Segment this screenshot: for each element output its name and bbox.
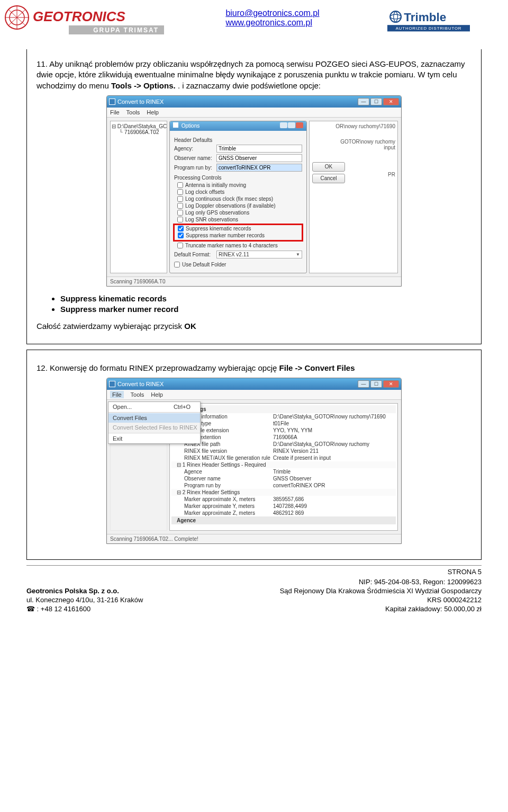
- menu-item-exit[interactable]: Exit: [108, 434, 200, 443]
- minimize-icon[interactable]: —: [358, 98, 369, 105]
- section-11: 11. Aby uniknąć problemów przy obliczani…: [26, 49, 482, 344]
- setting-row: Observer nameGNSS Observer: [171, 475, 396, 482]
- menu-help-2[interactable]: Help: [151, 391, 163, 398]
- setting-row: RINEX file pathD:\Dane\Statyka_GOTOR\now…: [171, 441, 396, 448]
- program-label: Program run by:: [174, 165, 216, 171]
- settings-pane[interactable]: File Settings put file informationD:\Dan…: [169, 403, 398, 531]
- menu-file[interactable]: File: [110, 109, 120, 115]
- menu-item-open[interactable]: Open...Ctrl+O: [108, 402, 200, 412]
- footer-address: ul. Konecznego 4/10u, 31-216 Kraków: [26, 596, 143, 605]
- maximize-icon[interactable]: ☐: [370, 98, 382, 105]
- minimize-icon[interactable]: —: [358, 380, 369, 388]
- ok-button[interactable]: OK: [312, 162, 345, 172]
- setting-row: Marker approximate Z, meters4862912 869: [171, 510, 396, 516]
- chk-suppress-kinematic[interactable]: Suppress kinematic records: [175, 226, 302, 231]
- footer-nip: NIP: 945-204-08-53, Regon: 120099623: [280, 578, 482, 587]
- highlighted-options: Suppress kinematic records Suppress mark…: [173, 224, 303, 242]
- chk-default-folder[interactable]: Use Default Folder: [174, 262, 302, 267]
- chk-truncate[interactable]: Truncate marker names to 4 characters: [174, 243, 302, 248]
- bullet-list: Suppress kinematic records Suppress mark…: [60, 294, 471, 314]
- setting-row: Marker approximate Y, meters1407288,4499: [171, 503, 396, 510]
- settings-header: File Settings: [171, 405, 396, 413]
- observer-label: Observer name:: [174, 155, 216, 161]
- setting-row: RINEX file versionRINEX Version 211: [171, 448, 396, 454]
- page-number: STRONA 5: [280, 568, 482, 577]
- file-dropdown-menu: Open...Ctrl+O Convert Files Convert Sele…: [108, 401, 201, 444]
- agency-input[interactable]: [216, 145, 302, 153]
- chevron-down-icon: ▼: [296, 252, 300, 257]
- status-bar-2: Scanning 7169066A.T02... Complete!: [107, 534, 401, 543]
- chk-log-doppler[interactable]: Log Doppler observations (if available): [174, 203, 302, 209]
- dlg-min-icon[interactable]: [280, 122, 287, 128]
- window-title: Convert to RINEX: [117, 99, 164, 105]
- file-tree[interactable]: ⊟ D:\Dane\Statyka_GC └ 7169066A.T02: [110, 121, 167, 273]
- para-11-closing: Całość zatwierdzamy wybierając przycisk …: [37, 321, 471, 332]
- gear-icon: [173, 122, 178, 128]
- setting-row: Marker approximate X, meters3859557,686: [171, 496, 396, 503]
- email-link[interactable]: biuro@geotronics.com.pl: [225, 8, 319, 18]
- footer-capital: Kapitał zakładowy: 50.000,00 zł: [280, 605, 482, 614]
- chk-log-clock[interactable]: Log clock offsets: [174, 189, 302, 195]
- close-icon[interactable]: ✕: [383, 380, 399, 388]
- para-12: 12. Konwersję do formatu RINEX przeprowa…: [37, 363, 471, 373]
- dlg-close-icon[interactable]: [296, 122, 303, 128]
- section-12: 12. Konwersję do formatu RINEX przeprowa…: [26, 350, 482, 560]
- screenshot-file-menu: Convert to RINEX — ☐ ✕ File Tools Help O…: [106, 378, 402, 544]
- chk-suppress-marker[interactable]: Suppress marker number records: [175, 233, 302, 238]
- para-11: 11. Aby uniknąć problemów przy obliczani…: [37, 59, 471, 91]
- close-icon[interactable]: ✕: [383, 98, 399, 105]
- observer-input[interactable]: [216, 154, 302, 162]
- menu-item-convert[interactable]: Convert Files: [108, 413, 200, 423]
- maximize-icon[interactable]: ☐: [370, 380, 382, 388]
- trimble-logo: Trimble AUTHORIZED DISTRIBUTOR: [381, 4, 476, 36]
- page-footer: Geotronics Polska Sp. z o.o. ul. Koneczn…: [0, 568, 508, 619]
- footer-rule: [26, 565, 482, 566]
- settings-agence: Agence: [171, 516, 396, 524]
- dlg-max-icon[interactable]: [288, 122, 295, 128]
- settings-group-2: ⊟ 2 Rinex Header Settings: [171, 489, 396, 496]
- chk-log-gps-only[interactable]: Log only GPS observations: [174, 210, 302, 216]
- default-format-select[interactable]: RINEX v2.11▼: [216, 251, 302, 258]
- app-icon: [109, 99, 115, 105]
- setting-row: put file informationD:\Dane\Statyka_GOTO…: [171, 413, 396, 420]
- group-processing-controls: Processing Controls: [174, 175, 302, 181]
- screenshot-options-dialog: Convert to RINEX — ☐ ✕ File Tools Help ⊟…: [106, 95, 402, 287]
- chk-log-continuous[interactable]: Log continuous clock (fix msec steps): [174, 196, 302, 202]
- svg-point-9: [390, 14, 401, 19]
- agency-label: Agency:: [174, 146, 216, 151]
- bullet-1: Suppress kinematic records: [60, 294, 471, 303]
- menu-item-convert-selected: Convert Selected Files to RINEX: [108, 423, 200, 432]
- menubar: File Tools Help: [107, 108, 401, 118]
- setting-row: le w/o extention7169066A: [171, 434, 396, 441]
- footer-tel: ☎ : +48 12 4161600: [26, 605, 143, 614]
- cancel-button[interactable]: Cancel: [312, 174, 345, 183]
- window-titlebar: Convert to RINEX — ☐ ✕: [107, 96, 401, 108]
- info-pane: OR\nowy ruchomy\71690 GOTOR\nowy ruchomy…: [309, 121, 398, 273]
- status-bar: Scanning 7169066A.T0: [107, 276, 401, 286]
- program-input[interactable]: [216, 164, 302, 172]
- dialog-title: Options: [182, 123, 199, 129]
- footer-court: Sąd Rejonowy Dla Krakowa Śródmieścia XI …: [280, 587, 482, 596]
- setting-row: INEX file extensionYYO, YYN, YYM: [171, 427, 396, 434]
- app-icon: [109, 381, 115, 387]
- window-title-2: Convert to RINEX: [117, 381, 164, 387]
- chk-log-snr[interactable]: Log SNR observations: [174, 217, 302, 222]
- website-link[interactable]: www.geotronics.com.pl: [225, 18, 319, 28]
- page-header: GEOTRONICS GRUPA TRIMSAT biuro@geotronic…: [0, 0, 508, 47]
- settings-group-1: ⊟ 1 Rinex Header Settings - Required: [171, 461, 396, 468]
- menubar-2: File Tools Help Open...Ctrl+O Convert Fi…: [107, 390, 401, 400]
- svg-text:GRUPA TRIMSAT: GRUPA TRIMSAT: [93, 26, 159, 34]
- menu-tools[interactable]: Tools: [126, 109, 140, 115]
- svg-point-8: [390, 11, 401, 22]
- menu-tools-2[interactable]: Tools: [131, 391, 144, 398]
- group-header-defaults: Header Defaults: [174, 137, 302, 143]
- menu-file-2[interactable]: File: [110, 391, 124, 398]
- default-format-label: Default Format:: [174, 252, 216, 257]
- chk-antenna-moving[interactable]: Antenna is initially moving: [174, 182, 302, 188]
- menu-help[interactable]: Help: [147, 109, 159, 115]
- footer-krs: KRS 0000242212: [280, 596, 482, 605]
- footer-company: Geotronics Polska Sp. z o.o.: [26, 587, 143, 596]
- setting-row: RINEX MET/AUX file generation ruleCreate…: [171, 454, 396, 461]
- contact-links: biuro@geotronics.com.pl www.geotronics.c…: [225, 4, 319, 28]
- bullet-2: Suppress marker numer record: [60, 305, 471, 314]
